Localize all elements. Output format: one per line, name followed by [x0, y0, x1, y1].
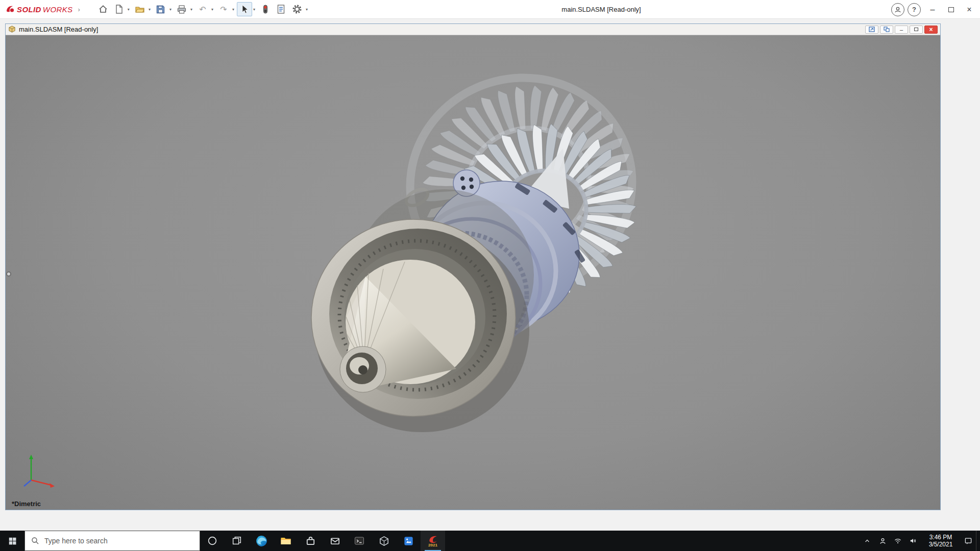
- maximize-icon: [948, 7, 954, 12]
- redo-dropdown[interactable]: ▾: [232, 7, 234, 12]
- print-icon: [177, 5, 187, 14]
- solidworks-taskbar-button[interactable]: 2021: [421, 531, 445, 551]
- taskbar-search[interactable]: Type here to search: [24, 531, 200, 551]
- wifi-icon: [893, 536, 902, 545]
- options-button[interactable]: [289, 2, 305, 16]
- tray-overflow-button[interactable]: [860, 531, 875, 551]
- account-button[interactable]: [891, 3, 904, 16]
- options-gear-icon: [292, 4, 302, 14]
- mail-button[interactable]: [323, 531, 347, 551]
- system-tray: 3:46 PM 3/5/2021: [860, 531, 980, 551]
- help-button[interactable]: ?: [908, 3, 921, 16]
- options-dropdown[interactable]: ▾: [306, 7, 308, 12]
- rebuild-button[interactable]: [258, 2, 273, 16]
- search-placeholder: Type here to search: [44, 537, 108, 545]
- redo-button[interactable]: ↷: [216, 2, 231, 16]
- brand-text-solid: SOLID: [17, 5, 41, 14]
- action-center-button[interactable]: [961, 531, 976, 551]
- new-window-icon: [869, 27, 875, 32]
- undo-icon: ↶: [199, 5, 206, 14]
- doc-minimize-button[interactable]: –: [895, 26, 908, 34]
- store-button[interactable]: [298, 531, 323, 551]
- speaker-icon: [909, 536, 918, 545]
- assembly-cube-icon: [8, 26, 16, 33]
- search-icon: [31, 536, 40, 545]
- 3d-cube-icon: [378, 535, 390, 547]
- show-desktop-button[interactable]: [976, 531, 980, 551]
- document-title: main.SLDASM [Read-only]: [19, 26, 98, 33]
- select-arrow-icon: [240, 4, 249, 14]
- maximize-button[interactable]: [942, 2, 960, 17]
- solidworks-logo: SOLIDWORKS: [0, 4, 73, 14]
- document-window-controls: – ×: [865, 26, 938, 34]
- redo-icon: ↷: [220, 5, 227, 14]
- terminal-button[interactable]: [347, 531, 372, 551]
- app-work-area: main.SLDASM [Read-only] – ×: [0, 19, 980, 531]
- edge-icon: [255, 535, 268, 547]
- help-icon: ?: [912, 6, 916, 13]
- print-dropdown[interactable]: ▾: [190, 7, 192, 12]
- command-prompt-icon: [353, 535, 365, 547]
- document-titlebar[interactable]: main.SLDASM [Read-only] – ×: [6, 24, 940, 35]
- file-explorer-button[interactable]: [274, 531, 298, 551]
- doc-restore-icon: [914, 28, 918, 31]
- taskbar-clock[interactable]: 3:46 PM 3/5/2021: [921, 531, 961, 551]
- home-button[interactable]: [95, 2, 111, 16]
- dassault-logo-icon: [5, 4, 15, 14]
- save-dropdown[interactable]: ▾: [169, 7, 172, 12]
- orientation-triad[interactable]: [19, 450, 62, 493]
- graphics-area[interactable]: *Dimetric: [6, 35, 940, 510]
- file-properties-button[interactable]: [274, 2, 289, 16]
- people-button[interactable]: [875, 531, 890, 551]
- home-icon: [98, 4, 108, 14]
- print-button[interactable]: [174, 2, 189, 16]
- arrange-windows-button[interactable]: [880, 26, 893, 34]
- open-folder-icon: [135, 4, 145, 14]
- user-account-icon: [894, 6, 901, 13]
- file-explorer-icon: [280, 535, 292, 547]
- start-button[interactable]: [0, 531, 24, 551]
- cortana-icon: [207, 535, 218, 546]
- windows-start-icon: [8, 536, 17, 546]
- task-view-button[interactable]: [225, 531, 249, 551]
- undo-dropdown[interactable]: ▾: [211, 7, 213, 12]
- save-button[interactable]: [153, 2, 168, 16]
- rebuild-icon: [262, 4, 269, 14]
- open-button[interactable]: [132, 2, 148, 16]
- task-view-icon: [231, 535, 242, 546]
- network-button[interactable]: [890, 531, 905, 551]
- titlebar-controls: ? – ×: [891, 0, 978, 19]
- save-icon: [156, 5, 165, 14]
- cortana-button[interactable]: [200, 531, 225, 551]
- document-window: main.SLDASM [Read-only] – ×: [5, 23, 941, 510]
- doc-close-button[interactable]: ×: [924, 26, 938, 34]
- new-document-icon: [114, 4, 124, 14]
- volume-button[interactable]: [905, 531, 921, 551]
- new-document-button[interactable]: [111, 2, 127, 16]
- photos-button[interactable]: [396, 531, 421, 551]
- select-tool-button[interactable]: [237, 2, 252, 16]
- brand-text-works: WORKS: [43, 5, 73, 14]
- file-properties-icon: [277, 4, 285, 14]
- new-window-button[interactable]: [865, 26, 878, 34]
- select-dropdown[interactable]: ▾: [253, 7, 255, 12]
- edge-button[interactable]: [249, 531, 274, 551]
- mail-icon: [329, 535, 341, 547]
- minimize-button[interactable]: –: [924, 2, 941, 17]
- photos-app-icon: [403, 535, 414, 547]
- doc-restore-button[interactable]: [910, 26, 923, 34]
- solidworks-taskbar-icon: [428, 535, 438, 543]
- new-document-dropdown[interactable]: ▾: [128, 7, 130, 12]
- clock-time: 3:46 PM: [929, 534, 952, 541]
- pane-collapse-handle[interactable]: [6, 271, 11, 277]
- toolbar-expand-arrow[interactable]: ›: [78, 6, 80, 13]
- view-orientation-label: *Dimetric: [12, 500, 41, 508]
- action-center-icon: [964, 536, 973, 545]
- 3d-viewer-button[interactable]: [372, 531, 396, 551]
- close-button[interactable]: ×: [961, 2, 978, 17]
- engine-model-render[interactable]: [6, 35, 940, 510]
- open-dropdown[interactable]: ▾: [149, 7, 151, 12]
- chevron-up-icon: [863, 537, 871, 545]
- undo-button[interactable]: ↶: [195, 2, 210, 16]
- window-title: main.SLDASM [Read-only]: [550, 6, 652, 13]
